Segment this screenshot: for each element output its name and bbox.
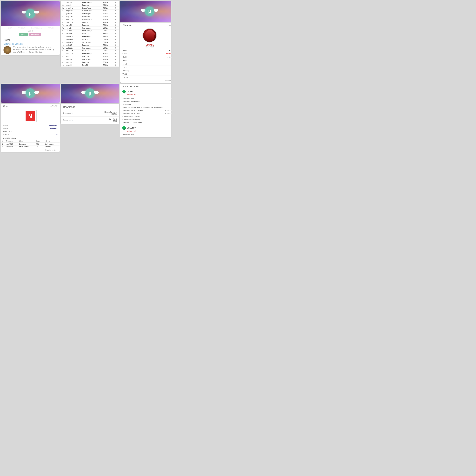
rank-score: 0 <box>114 12 119 15</box>
rank-class: Blade Knight <box>81 52 102 55</box>
hero-banner-char: μ <box>120 1 171 22</box>
rank-level: 220 Lv. <box>102 64 114 67</box>
rank-number: 30. <box>61 61 65 64</box>
nav-ranking[interactable]: RANKING <box>17 27 26 29</box>
char-title: Character <box>122 24 132 26</box>
nav-home[interactable]: HOME <box>6 27 13 29</box>
rank-class: Soul Master <box>81 27 102 30</box>
download-link[interactable]: Download 📄 <box>63 112 74 114</box>
ranking-row: 22. ancientElf Muse Elf 330 Lv. 0 <box>61 38 119 41</box>
members-col-header: Job title <box>44 140 60 143</box>
guild-logo-inner <box>26 111 35 121</box>
stat-label: Force <box>122 66 127 68</box>
server-name-left: ЭЛЬВИРА <box>122 126 136 130</box>
rank-number: 25. <box>61 47 65 50</box>
rank-level: 330 Lv. <box>102 38 114 41</box>
rank-class: Blade Knight <box>81 30 102 32</box>
register-button[interactable]: Registration <box>29 33 41 36</box>
download-desc-line2: 5МБ <box>108 120 117 122</box>
nav-bar: HOME | RANKING | DOWNLOADS | FORUM <box>1 26 60 30</box>
rank-level: 380 Lv. <box>102 27 114 30</box>
char-stat-row: Vitality30 <box>122 72 171 76</box>
ranking-row: 31. quest2Elf Fairy Elf 220 Lv. 0 <box>61 64 119 67</box>
guild-stat-row: Participants 2 <box>3 130 57 133</box>
download-info: Патч 0.3.4 5МБ <box>108 118 117 122</box>
ranking-row: 17. socketDl Dark Lord 380 Lv. 0 <box>61 24 119 27</box>
rank-level: 300 Lv. <box>102 50 114 52</box>
char-name: LorencIa <box>120 44 171 46</box>
news-thumbnail <box>3 46 11 54</box>
dl-title: Downloads <box>63 105 117 108</box>
rank-player-name: test300Dl <box>65 55 81 58</box>
stat-value-class: Blade Master <box>166 53 171 55</box>
member-num: 2 <box>1 146 5 148</box>
guild-logo-wrap <box>1 108 60 124</box>
stat-label: Guild <box>122 56 127 58</box>
char-header: Character test400Dk <box>120 22 171 27</box>
rank-class: Dark Knight <box>81 58 102 61</box>
rank-number: 11. <box>61 7 65 10</box>
guild-panel: Guild MuMaster Name MuMasterMaster test3… <box>1 104 60 152</box>
rank-level: 300 Lv. <box>102 52 114 55</box>
member-name: test400Dk <box>5 146 18 148</box>
ranking-row: 19. socketDk Blade Knight 380 Lv. 0 <box>61 30 119 32</box>
stat-label: Dexterity <box>122 70 129 71</box>
guild-updated: Updated in 22:14 <box>1 148 60 152</box>
rank-class: Dark Knight <box>81 12 102 15</box>
rank-score: 0 <box>114 10 119 12</box>
rank-score: 0 <box>114 47 119 50</box>
rank-class: Dark Lord <box>81 55 102 58</box>
nav-forum[interactable]: FORUM <box>47 27 55 29</box>
rank-class: Dark Wizard <box>81 7 102 10</box>
server-stat-label: Lifetime of dropped items <box>122 121 142 123</box>
download-item: Download 📄 Полный клиент 700МБ <box>61 109 119 117</box>
rank-class: Grand Master <box>81 10 102 12</box>
member-name: test300Dl <box>5 143 18 146</box>
rank-class: Dark Lord <box>81 24 102 27</box>
rank-number: 10. <box>61 4 65 7</box>
rank-number: 19. <box>61 30 65 32</box>
rank-level: 400 Lv. <box>102 1 114 4</box>
rank-level: 400 Lv. <box>102 4 114 7</box>
downloads-panel: Downloads Download 📄 Полный клиент 700МБ… <box>61 104 119 124</box>
guild-title: Guild <box>3 105 8 107</box>
logo-badge-1: μ <box>26 9 35 18</box>
rank-number: 21. <box>61 35 65 38</box>
char-stats: Nametest400DkClassBlade MasterGuild MMuM… <box>120 49 171 79</box>
hero-banner-3: μ <box>61 84 119 103</box>
nav-downloads[interactable]: DOWNLOADS <box>30 27 43 29</box>
ranking-row: 30. quest2Dl Dark Lord 220 Lv. 0 <box>61 61 119 64</box>
server-header: About the server <box>120 84 171 89</box>
rank-number: 14. <box>61 15 65 18</box>
server-stat-value: 2 147 483 647 zen <box>162 113 171 114</box>
rank-number: 29. <box>61 58 65 61</box>
guild-stat-row: Master test300Dl <box>3 127 57 130</box>
cloud-right-1 <box>34 11 39 14</box>
logo-badge-3: μ <box>85 88 95 98</box>
logo-badge-char: μ <box>145 6 154 16</box>
rank-level: 380 Lv. <box>102 24 114 27</box>
rank-class: Soul Master <box>81 41 102 44</box>
ranking-row: 26. test300Elf Muse Elf 300 Lv. 0 <box>61 50 119 52</box>
diamond-icon <box>122 126 126 130</box>
rank-level: 400 Lv. <box>102 10 114 12</box>
rank-class: Fairy Elf <box>81 64 102 67</box>
server-panel: About the server САФИ x16 Switched off M… <box>120 84 171 137</box>
ranking-row: 15. test400Dw Grand Master 400 Lv. 0 <box>61 18 119 21</box>
login-button[interactable]: LogIn <box>19 33 28 36</box>
download-info: Полный клиент 700МБ <box>104 111 117 115</box>
server-name-left: САФИ <box>122 90 133 93</box>
guild-name-display: MuMaster <box>50 105 57 107</box>
rank-score: 0 <box>114 24 119 27</box>
download-link[interactable]: Download 📄 <box>63 119 74 121</box>
stat-label: Vitality <box>122 73 128 75</box>
members-table: #CharacterClassLevelJob title 1 test300D… <box>1 140 60 148</box>
server-stat-value: 400 Lv. <box>171 97 171 99</box>
ranking-row: 10. quest3Dl Dark Lord 400 Lv. 0 <box>61 4 119 7</box>
ranking-row: 13. quest3Dk Dark Knight 400 Lv. 0 <box>61 12 119 15</box>
ranking-panel: 9. testgmDk Blade Master 400 Lv. 0 10. q… <box>61 1 119 67</box>
rank-level: 380 Lv. <box>102 32 114 35</box>
rank-class: Fist Master <box>81 15 102 18</box>
rank-class: Dark Lord <box>81 4 102 7</box>
stat-label: Class <box>122 53 127 55</box>
